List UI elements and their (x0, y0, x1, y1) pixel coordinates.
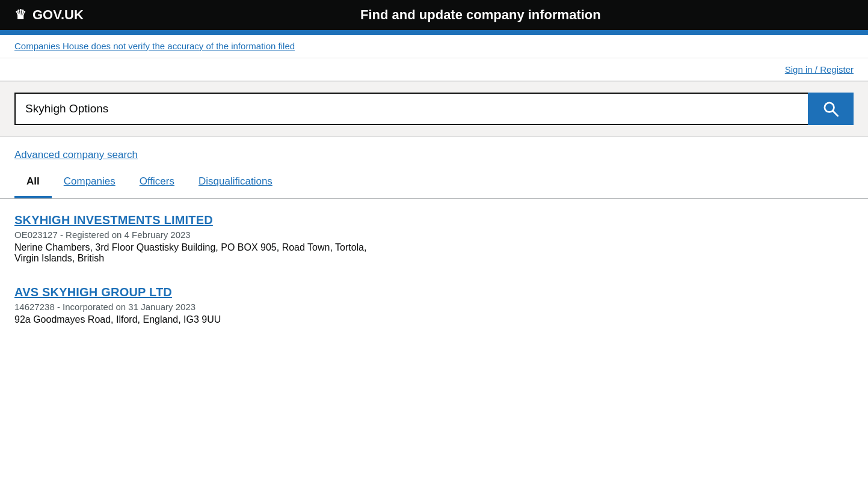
result-address: 92a Goodmayes Road, Ilford, England, IG3… (14, 314, 854, 325)
gov-logo: ♛ GOV.UK (14, 7, 84, 23)
result-title: SKYHIGH INVESTMENTS LIMITED (14, 213, 854, 227)
crown-icon: ♛ (14, 7, 26, 23)
search-icon (822, 100, 839, 117)
tab-all[interactable]: All (14, 167, 52, 198)
blue-accent-bar (0, 30, 868, 35)
tabs-area: All Companies Officers Disqualifications (0, 167, 868, 199)
disclaimer-bar: Companies House does not verify the accu… (0, 35, 868, 58)
search-button[interactable] (808, 93, 854, 125)
tab-officers[interactable]: Officers (128, 167, 186, 198)
result-item: AVS SKYHIGH GROUP LTD 14627238 - Incorpo… (14, 285, 854, 325)
search-area (0, 81, 868, 137)
gov-logo-text: GOV.UK (32, 7, 84, 23)
result-address: Nerine Chambers, 3rd Floor Quastisky Bui… (14, 242, 854, 264)
result-title: AVS SKYHIGH GROUP LTD (14, 285, 854, 299)
auth-bar: Sign in / Register (0, 58, 868, 81)
advanced-search-link[interactable]: Advanced company search (14, 149, 138, 160)
advanced-search-area: Advanced company search (0, 137, 868, 167)
result-link[interactable]: SKYHIGH INVESTMENTS LIMITED (14, 213, 213, 227)
site-header: ♛ GOV.UK Find and update company informa… (0, 0, 868, 30)
disclaimer-link[interactable]: Companies House does not verify the accu… (14, 41, 295, 51)
tabs: All Companies Officers Disqualifications (14, 167, 854, 198)
site-title: Find and update company information (108, 7, 854, 23)
results-area: SKYHIGH INVESTMENTS LIMITED OE023127 - R… (0, 199, 868, 361)
svg-line-1 (833, 111, 838, 116)
result-meta: 14627238 - Incorporated on 31 January 20… (14, 302, 854, 312)
result-link[interactable]: AVS SKYHIGH GROUP LTD (14, 285, 172, 299)
search-input[interactable] (14, 93, 808, 125)
result-item: SKYHIGH INVESTMENTS LIMITED OE023127 - R… (14, 213, 854, 264)
result-meta: OE023127 - Registered on 4 February 2023 (14, 230, 854, 240)
tab-companies[interactable]: Companies (52, 167, 128, 198)
tab-disqualifications[interactable]: Disqualifications (186, 167, 285, 198)
search-row (14, 93, 854, 125)
sign-in-link[interactable]: Sign in / Register (785, 64, 854, 75)
